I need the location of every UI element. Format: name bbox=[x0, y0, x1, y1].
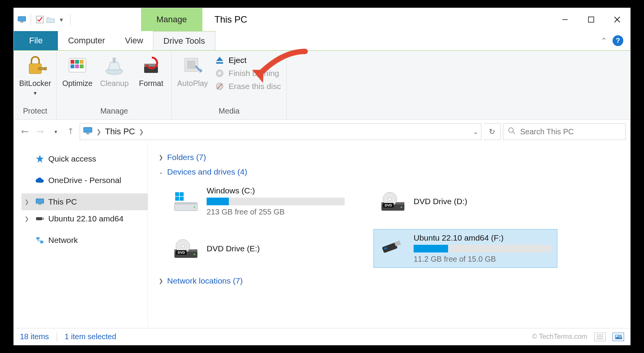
pc-icon bbox=[35, 197, 44, 206]
tab-file[interactable]: File bbox=[14, 31, 58, 50]
svg-rect-42 bbox=[175, 192, 179, 196]
details-view-button[interactable] bbox=[594, 333, 606, 341]
svg-rect-12 bbox=[75, 60, 79, 64]
optimize-button[interactable]: Optimize bbox=[62, 54, 92, 88]
svg-point-9 bbox=[44, 67, 47, 70]
chevron-right-icon[interactable]: ❯ bbox=[139, 128, 144, 135]
nav-quick-access[interactable]: Quick access bbox=[21, 150, 148, 167]
nav-ubuntu-drive[interactable]: ❯ Ubuntu 22.10 amd64 bbox=[21, 210, 148, 227]
capacity-bar bbox=[207, 198, 345, 205]
hdd-icon bbox=[172, 191, 200, 212]
close-button[interactable] bbox=[604, 16, 630, 23]
up-button[interactable]: 🡑 bbox=[64, 125, 77, 138]
drive-dvd-e[interactable]: DVD DVD Drive (E:) bbox=[166, 229, 350, 268]
nav-this-pc[interactable]: ❯ This PC bbox=[21, 193, 148, 210]
eject-button[interactable]: Eject bbox=[215, 55, 281, 65]
context-tab-manage[interactable]: Manage bbox=[141, 8, 202, 31]
eject-label: Eject bbox=[228, 56, 246, 65]
search-box[interactable] bbox=[503, 123, 626, 140]
optimize-icon bbox=[66, 54, 89, 77]
finish-burning-button: Finish burning bbox=[215, 68, 281, 78]
tab-computer[interactable]: Computer bbox=[58, 31, 115, 50]
svg-point-67 bbox=[616, 335, 618, 337]
network-icon bbox=[35, 236, 44, 245]
chevron-right-icon[interactable]: ❯ bbox=[25, 199, 29, 205]
status-selection: 1 item selected bbox=[65, 332, 117, 341]
drive-name: Ubuntu 22.10 amd64 (F:) bbox=[414, 233, 552, 242]
bitlocker-icon bbox=[24, 54, 47, 77]
new-folder-icon[interactable] bbox=[46, 15, 55, 24]
svg-point-49 bbox=[388, 198, 391, 201]
forward-button[interactable]: 🡒 bbox=[34, 125, 47, 138]
format-icon bbox=[140, 54, 163, 77]
content-pane: ❯ Folders (7) ⌄ Devices and drives (4) W… bbox=[148, 144, 630, 328]
group-label-media: Media bbox=[219, 107, 239, 118]
erase-icon bbox=[215, 81, 225, 91]
status-item-count: 18 items bbox=[20, 332, 49, 341]
section-folders[interactable]: ❯ Folders (7) bbox=[159, 153, 623, 162]
svg-rect-29 bbox=[84, 127, 92, 132]
svg-rect-37 bbox=[36, 237, 39, 239]
erase-disc-button: Erase this disc bbox=[215, 81, 281, 91]
svg-point-25 bbox=[219, 72, 221, 74]
breadcrumb-this-pc[interactable]: This PC bbox=[105, 127, 135, 137]
nav-onedrive[interactable]: OneDrive - Personal bbox=[21, 172, 148, 189]
nav-network[interactable]: Network bbox=[21, 232, 148, 249]
drive-name: DVD Drive (D:) bbox=[414, 197, 552, 206]
svg-point-31 bbox=[509, 128, 513, 132]
cleanup-button[interactable]: Cleanup bbox=[99, 54, 129, 88]
svg-rect-34 bbox=[38, 204, 41, 205]
quick-access-toolbar: ▾ bbox=[14, 8, 76, 31]
svg-rect-11 bbox=[71, 60, 74, 64]
svg-line-32 bbox=[513, 132, 515, 134]
recent-locations-button[interactable]: ▾ bbox=[49, 125, 62, 138]
group-label-protect: Protect bbox=[23, 107, 47, 118]
svg-point-56 bbox=[181, 245, 184, 248]
usb-drive-icon bbox=[379, 238, 407, 259]
svg-rect-1 bbox=[20, 21, 23, 23]
back-button[interactable]: 🡐 bbox=[18, 125, 31, 138]
help-icon[interactable]: ? bbox=[613, 35, 623, 46]
thumbnails-view-button[interactable] bbox=[613, 333, 624, 341]
star-icon bbox=[35, 154, 44, 163]
drive-windows-c[interactable]: Windows (C:) 213 GB free of 255 GB bbox=[166, 182, 350, 221]
navigation-pane: Quick access OneDrive - Personal ❯ This … bbox=[14, 144, 148, 328]
svg-text:DVD: DVD bbox=[177, 251, 185, 254]
address-bar[interactable]: ❯ This PC ❯ ⌄ bbox=[80, 123, 481, 140]
search-input[interactable] bbox=[519, 127, 621, 137]
chevron-right-icon[interactable]: ❯ bbox=[25, 216, 29, 222]
section-network-locations[interactable]: ❯ Network locations (7) bbox=[159, 276, 623, 285]
erase-disc-label: Erase this disc bbox=[228, 82, 281, 91]
drive-subtext: 11.2 GB free of 15.0 GB bbox=[414, 255, 552, 264]
search-icon bbox=[508, 127, 516, 136]
chevron-right-icon[interactable]: ❯ bbox=[96, 128, 101, 135]
burn-icon bbox=[215, 68, 225, 78]
tab-view[interactable]: View bbox=[115, 31, 153, 50]
ribbon-group-media: AutoPlay Eject Finish burning bbox=[172, 51, 287, 119]
maximize-button[interactable] bbox=[578, 16, 604, 23]
svg-rect-22 bbox=[187, 61, 196, 69]
svg-rect-35 bbox=[36, 217, 42, 220]
section-devices[interactable]: ⌄ Devices and drives (4) bbox=[159, 167, 623, 176]
capacity-bar bbox=[414, 245, 552, 252]
collapse-ribbon-icon[interactable]: ⌃ bbox=[601, 36, 607, 45]
autoplay-button[interactable]: AutoPlay bbox=[177, 54, 208, 88]
bitlocker-button[interactable]: BitLocker▼ bbox=[19, 54, 51, 97]
format-button[interactable]: Format bbox=[136, 54, 166, 88]
svg-rect-38 bbox=[40, 241, 43, 243]
drive-name: Windows (C:) bbox=[207, 186, 345, 195]
drive-dvd-d[interactable]: DVD DVD Drive (D:) bbox=[373, 182, 557, 221]
svg-rect-18 bbox=[113, 58, 116, 63]
properties-check-icon[interactable] bbox=[36, 15, 44, 24]
refresh-button[interactable]: ↻ bbox=[484, 123, 501, 140]
dvd-icon: DVD bbox=[379, 191, 407, 212]
svg-point-59 bbox=[194, 254, 195, 255]
finish-burning-label: Finish burning bbox=[228, 69, 279, 78]
drive-ubuntu-f[interactable]: Ubuntu 22.10 amd64 (F:) 11.2 GB free of … bbox=[373, 229, 557, 268]
qat-dropdown-icon[interactable]: ▾ bbox=[57, 15, 66, 24]
window-title: This PC bbox=[202, 8, 552, 31]
address-dropdown-icon[interactable]: ⌄ bbox=[473, 128, 478, 135]
minimize-button[interactable] bbox=[552, 16, 578, 23]
tab-drive-tools[interactable]: Drive Tools bbox=[153, 31, 215, 50]
chevron-down-icon: ⌄ bbox=[159, 169, 163, 175]
